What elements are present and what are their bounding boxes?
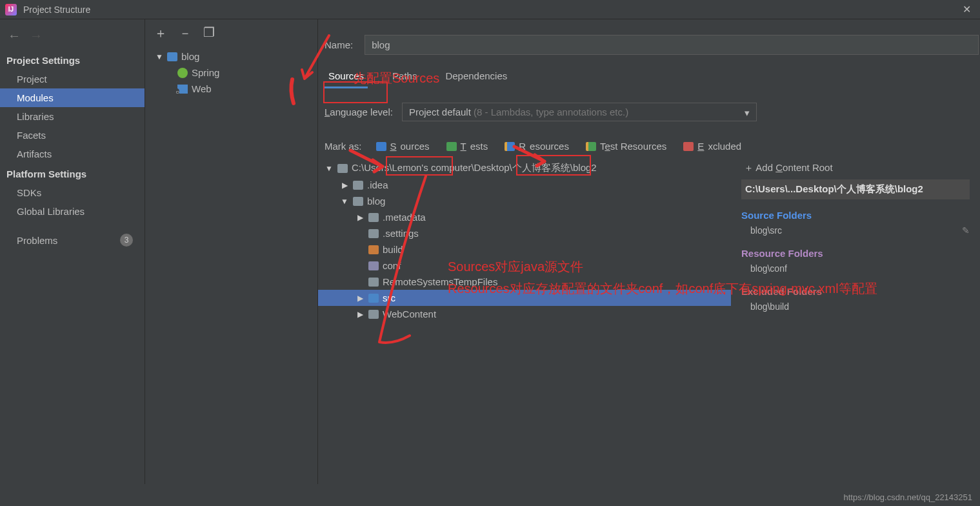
- footer-url: https://blog.csdn.net/qq_22143251: [844, 492, 973, 502]
- dir-root[interactable]: ▼C:\Users\Lemon's computer\Desktop\个人博客系…: [318, 159, 731, 177]
- nav-project[interactable]: Project: [0, 70, 145, 88]
- forward-icon[interactable]: →: [30, 28, 43, 43]
- window-title: Project Structure: [23, 5, 90, 15]
- tab-paths[interactable]: Paths: [388, 66, 421, 88]
- mark-as-label: Mark as:: [325, 141, 362, 152]
- nav-arrows: ← →: [0, 25, 145, 50]
- titlebar: IJ Project Structure ✕: [0, 0, 980, 19]
- mark-tests-button[interactable]: Tests: [444, 139, 491, 153]
- add-content-root-button[interactable]: ＋ Add Content Root: [741, 159, 970, 179]
- spring-icon: [177, 68, 188, 78]
- name-input[interactable]: [365, 35, 979, 55]
- nav-modules[interactable]: Modules: [0, 88, 145, 107]
- dir-blog[interactable]: ▼blog: [318, 193, 731, 209]
- mark-excluded-button[interactable]: Excluded: [681, 139, 744, 153]
- excluded-folders-header: Excluded Folders: [741, 283, 970, 299]
- module-web[interactable]: Web: [149, 81, 314, 97]
- edit-icon[interactable]: ✎: [962, 225, 970, 236]
- nav-global-libraries[interactable]: Global Libraries: [0, 202, 145, 221]
- module-blog[interactable]: ▼ blog: [149, 48, 314, 65]
- app-logo-icon: IJ: [5, 4, 17, 15]
- module-tree-panel: ＋ － ❐ ▼ blog Spring Web: [145, 19, 318, 484]
- dir-metadata[interactable]: ▶.metadata: [318, 209, 731, 225]
- tab-sources[interactable]: Sources: [325, 66, 368, 88]
- section-platform-settings: Platform Settings: [0, 163, 145, 183]
- remove-module-icon[interactable]: －: [179, 25, 192, 42]
- dir-webcontent[interactable]: ▶WebContent: [318, 306, 731, 322]
- source-folders-header: Source Folders: [741, 207, 970, 223]
- module-details: Name: Sources Paths Dependencies LLangua…: [318, 19, 980, 484]
- mark-resources-button[interactable]: Resources: [502, 139, 572, 153]
- dir-rst[interactable]: RemoteSystemsTempFiles: [318, 274, 731, 290]
- language-level-dropdown[interactable]: Project default (8 - Lambdas, type annot…: [402, 103, 757, 121]
- nav-artifacts[interactable]: Artifacts: [0, 145, 145, 163]
- module-tabs: Sources Paths Dependencies: [325, 66, 980, 88]
- expand-icon[interactable]: ▼: [155, 52, 163, 61]
- nav-sdks[interactable]: SDKs: [0, 183, 145, 202]
- directory-tree: ▼C:\Users\Lemon's computer\Desktop\个人博客系…: [318, 159, 731, 322]
- mark-sources-button[interactable]: Sources: [374, 139, 432, 153]
- source-folder-item[interactable]: blog\src✎: [741, 223, 970, 238]
- dir-build[interactable]: build: [318, 241, 731, 258]
- mark-test-resources-button[interactable]: Test Resources: [583, 139, 669, 153]
- dir-settings[interactable]: .settings: [318, 225, 731, 241]
- module-spring[interactable]: Spring: [149, 65, 314, 81]
- nav-libraries[interactable]: Libraries: [0, 107, 145, 126]
- dir-idea[interactable]: ▶.idea: [318, 177, 731, 193]
- resource-folder-item[interactable]: blog\conf: [741, 261, 970, 276]
- language-level-label: LLanguage level:anguage level:: [325, 106, 393, 117]
- tab-dependencies[interactable]: Dependencies: [441, 66, 511, 88]
- resource-folders-header: Resource Folders: [741, 245, 970, 261]
- close-icon[interactable]: ✕: [959, 3, 975, 15]
- nav-problems[interactable]: Problems 3: [0, 230, 145, 250]
- nav-facets[interactable]: Facets: [0, 126, 145, 145]
- module-icon: [167, 52, 177, 61]
- section-project-settings: Project Settings: [0, 50, 145, 70]
- mark-as-row: Mark as: Sources Tests Resources Test Re…: [325, 139, 980, 153]
- web-icon: [177, 85, 188, 94]
- dir-conf[interactable]: conf: [318, 258, 731, 274]
- left-sidebar: ← → Project Settings Project Modules Lib…: [0, 19, 145, 484]
- add-module-icon[interactable]: ＋: [154, 25, 167, 42]
- module-label: blog: [181, 51, 199, 62]
- name-label: Name:: [325, 39, 353, 50]
- content-root-path[interactable]: C:\Users\...Desktop\个人博客系统\blog2: [741, 179, 970, 199]
- back-icon[interactable]: ←: [8, 28, 21, 43]
- problems-badge: 3: [120, 234, 133, 247]
- content-root-panel: ＋ Add Content Root C:\Users\...Desktop\个…: [731, 159, 976, 322]
- copy-module-icon[interactable]: ❐: [203, 25, 215, 42]
- dir-src[interactable]: ▶src: [318, 290, 731, 306]
- excluded-folder-item[interactable]: blog\build: [741, 299, 970, 314]
